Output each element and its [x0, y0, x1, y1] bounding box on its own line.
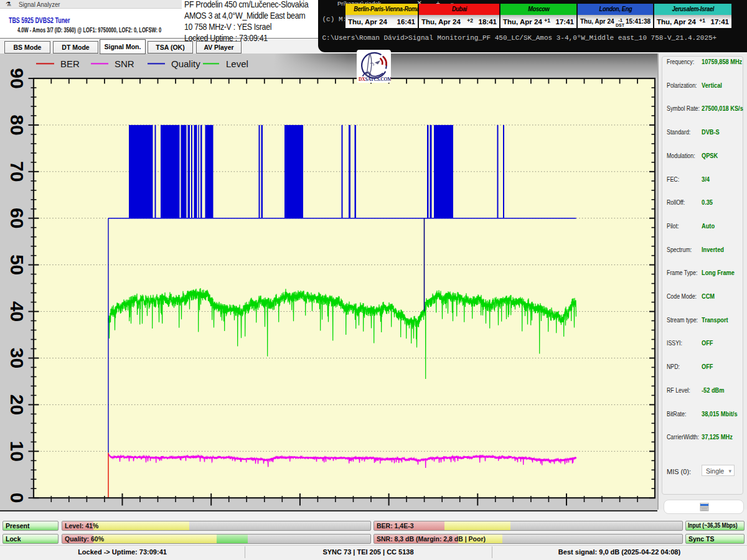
- svg-text:40: 40: [7, 301, 27, 322]
- svg-text:50: 50: [7, 254, 27, 275]
- svg-text:SNR: SNR: [115, 58, 134, 69]
- svg-text:BER: BER: [60, 58, 80, 69]
- svg-text:80: 80: [7, 114, 27, 135]
- svg-text:10: 10: [7, 441, 27, 462]
- svg-text:90: 90: [7, 68, 27, 88]
- svg-text:70: 70: [7, 161, 27, 182]
- svg-text:DXSATCS.COM: DXSATCS.COM: [359, 77, 391, 82]
- svg-text:30: 30: [7, 348, 27, 368]
- svg-text:Quality: Quality: [171, 58, 200, 69]
- svg-text:0: 0: [7, 493, 27, 503]
- svg-text:20: 20: [7, 394, 27, 415]
- svg-text:60: 60: [7, 208, 27, 228]
- svg-text:Level: Level: [226, 58, 248, 69]
